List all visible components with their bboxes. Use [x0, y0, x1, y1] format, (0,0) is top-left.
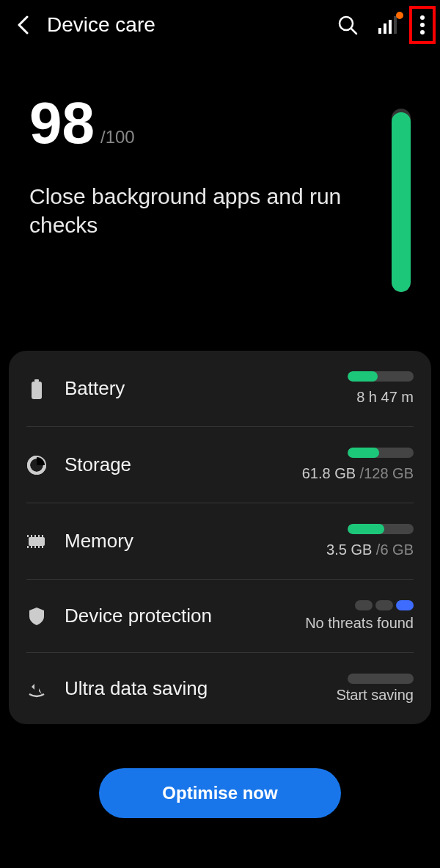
- battery-value: 8 h 47 m: [282, 389, 414, 406]
- svg-point-8: [420, 30, 425, 34]
- ultra-data-value: Start saving: [282, 687, 414, 704]
- search-icon[interactable]: [337, 15, 358, 35]
- memory-value: 3.5 GB /6 GB: [282, 541, 414, 558]
- ultra-data-label: Ultra data saving: [65, 677, 264, 700]
- battery-progress: [348, 371, 414, 382]
- svg-rect-9: [32, 382, 42, 399]
- protection-label: Device protection: [65, 605, 264, 627]
- device-score-max: /100: [100, 127, 135, 147]
- svg-rect-21: [34, 546, 36, 548]
- optimise-button[interactable]: Optimise now: [99, 768, 341, 818]
- svg-rect-10: [34, 379, 39, 382]
- storage-progress: [348, 448, 414, 458]
- svg-rect-18: [42, 535, 43, 537]
- svg-rect-14: [27, 535, 29, 537]
- svg-rect-20: [31, 546, 32, 548]
- memory-label: Memory: [65, 530, 264, 552]
- svg-line-1: [351, 29, 356, 34]
- memory-progress: [348, 524, 414, 534]
- ultra-data-row[interactable]: Ultra data saving Start saving: [26, 653, 414, 724]
- svg-rect-3: [384, 23, 386, 34]
- memory-icon: [26, 531, 47, 552]
- device-score-value: 98: [29, 94, 95, 153]
- status-card: Battery 8 h 47 m Storage 61.8 GB /128 GB…: [9, 351, 431, 724]
- svg-rect-22: [38, 546, 40, 548]
- svg-rect-16: [34, 535, 36, 537]
- back-icon[interactable]: [15, 16, 32, 34]
- battery-row[interactable]: Battery 8 h 47 m: [26, 351, 414, 427]
- ultra-data-progress: [348, 674, 414, 684]
- svg-rect-4: [389, 20, 392, 34]
- battery-icon: [26, 379, 47, 399]
- shield-icon: [26, 606, 47, 627]
- device-score-bar: [392, 109, 411, 292]
- protection-dots: [282, 600, 414, 610]
- svg-rect-15: [31, 535, 32, 537]
- svg-rect-2: [378, 28, 381, 34]
- svg-rect-23: [42, 546, 43, 548]
- svg-rect-19: [27, 546, 29, 548]
- annotation-highlight: [409, 6, 436, 44]
- storage-row[interactable]: Storage 61.8 GB /128 GB: [26, 427, 414, 503]
- storage-label: Storage: [65, 453, 264, 476]
- storage-value: 61.8 GB /128 GB: [282, 465, 414, 482]
- svg-rect-5: [394, 16, 397, 34]
- protection-value: No threats found: [282, 615, 414, 632]
- notification-dot-icon: [396, 12, 403, 19]
- svg-rect-13: [29, 537, 45, 546]
- signal-icon: [378, 16, 399, 34]
- data-saving-icon: [26, 679, 47, 699]
- svg-point-6: [420, 15, 425, 20]
- svg-point-7: [420, 23, 425, 27]
- protection-row[interactable]: Device protection No threats found: [26, 580, 414, 653]
- device-score-hint: Close background apps and run checks: [29, 182, 377, 239]
- page-title: Device care: [47, 13, 323, 37]
- storage-icon: [26, 455, 47, 475]
- battery-label: Battery: [65, 377, 264, 400]
- svg-rect-17: [38, 535, 40, 537]
- more-options-icon[interactable]: [419, 15, 425, 35]
- memory-row[interactable]: Memory 3.5 GB /6 GB: [26, 503, 414, 580]
